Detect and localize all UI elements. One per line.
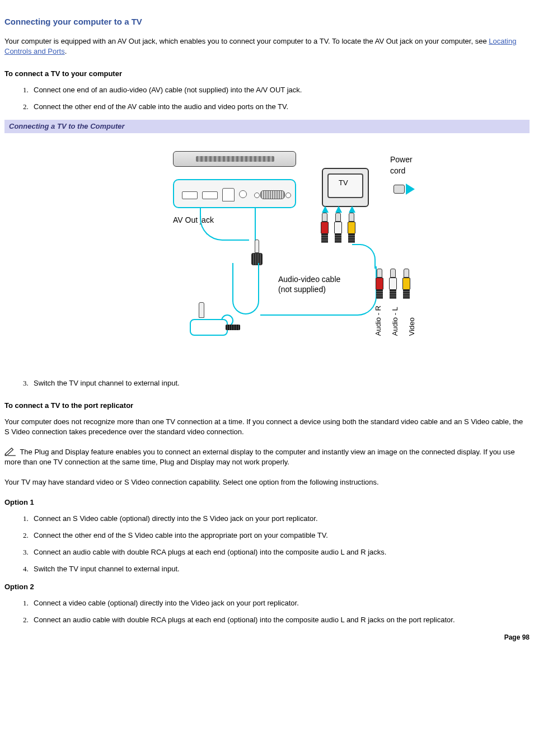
- av-cable-label-line1: Audio-video cable: [278, 275, 340, 284]
- laptop-icon: [173, 151, 296, 167]
- intro-paragraph: Your computer is equipped with an AV Out…: [4, 36, 530, 57]
- cable-line-icon: [255, 208, 256, 242]
- step-item: Connect the other end of the S Video cab…: [30, 530, 530, 541]
- video-label: Video: [407, 306, 417, 336]
- option-1-heading: Option 1: [4, 497, 530, 508]
- page-number: Page 98: [4, 633, 530, 642]
- step-item: Connect a video cable (optional) directl…: [30, 598, 530, 608]
- para-precedence: Your computer does not recognize more th…: [4, 417, 530, 437]
- step-item: Connect one end of an audio-video (AV) c…: [30, 85, 530, 95]
- intro-text-b: .: [65, 47, 67, 55]
- arrow-up-icon: [322, 206, 329, 213]
- subhead-port-replicator: To connect a TV to the port replicator: [4, 401, 530, 411]
- jack-box-icon: [190, 302, 240, 344]
- audio-l-label: Audio - L: [390, 306, 400, 336]
- av-out-callout-icon: [200, 208, 249, 241]
- figure-caption: Connecting a TV to the Computer: [4, 120, 530, 133]
- tv-label: TV: [339, 178, 348, 188]
- rca-plugs-bottom-icon: [376, 269, 410, 299]
- figure-diagram: AV Out jack TV Power cord Audio-video ca…: [4, 133, 530, 374]
- step-item: Connect an S Video cable (optional) dire…: [30, 514, 530, 524]
- step-item: Switch the TV input channel to external …: [30, 564, 530, 574]
- audio-r-label: Audio - R: [373, 306, 383, 336]
- callout-line-icon: [352, 244, 376, 269]
- power-cord-icon: [370, 182, 405, 197]
- rca-plugs-top-icon: [321, 213, 355, 243]
- steps-connect-tv: Connect one end of an audio-video (AV) c…: [4, 85, 530, 112]
- note-paragraph: The Plug and Display feature enables you…: [4, 447, 530, 467]
- note-pencil-icon: [4, 447, 17, 456]
- step-item: Connect the other end of the AV cable in…: [30, 102, 530, 112]
- av-cable-label: Audio-video cable (not supplied): [278, 274, 340, 294]
- arrow-up-icon: [349, 206, 355, 213]
- subhead-connect-tv: To connect a TV to your computer: [4, 69, 530, 79]
- option-2-steps: Connect a video cable (optional) directl…: [4, 598, 530, 625]
- power-cord-label: Power cord: [390, 154, 424, 176]
- rca-vertical-labels: Audio - R Audio - L Video: [373, 306, 418, 336]
- arrow-up-icon: [335, 206, 342, 213]
- option-2-heading: Option 2: [4, 582, 530, 592]
- page-title: Connecting your computer to a TV: [4, 16, 530, 27]
- para-select-option: Your TV may have standard video or S Vid…: [4, 477, 530, 487]
- step-item: Connect an audio cable with double RCA p…: [30, 547, 530, 557]
- note-text: The Plug and Display feature enables you…: [4, 448, 515, 466]
- option-1-steps: Connect an S Video cable (optional) dire…: [4, 514, 530, 575]
- av-cable-label-line2: (not supplied): [278, 285, 326, 294]
- intro-text-a: Your computer is equipped with an AV Out…: [4, 37, 489, 45]
- steps-connect-tv-cont: Switch the TV input channel to external …: [4, 378, 530, 388]
- step-item: Connect an audio cable with double RCA p…: [30, 615, 530, 625]
- step-item: Switch the TV input channel to external …: [30, 378, 530, 388]
- port-panel-icon: [173, 179, 296, 208]
